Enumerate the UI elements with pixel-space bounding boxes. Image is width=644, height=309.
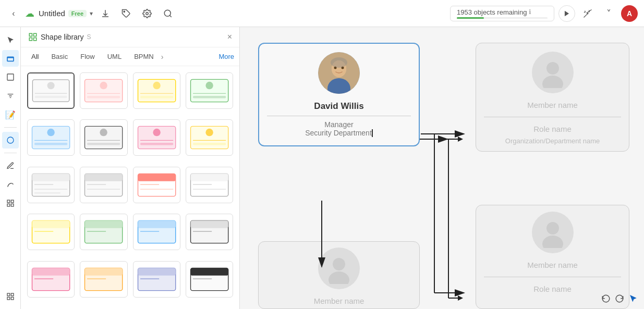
svg-rect-47 <box>140 143 173 145</box>
card-avatar <box>318 52 360 94</box>
sidebar-close-button[interactable]: × <box>227 32 232 42</box>
right-top-role: Role name <box>528 121 577 137</box>
text-tool[interactable] <box>2 88 19 104</box>
main-org-card[interactable]: David Willis Manager Security Department <box>258 43 420 146</box>
shape-card-7[interactable] <box>133 119 180 156</box>
celebrate-button[interactable] <box>579 5 596 22</box>
pen-tool[interactable] <box>2 157 19 174</box>
canvas[interactable]: David Willis Manager Security Department… <box>240 27 644 309</box>
shape-card-14[interactable] <box>80 214 127 250</box>
card-role: Manager <box>319 120 358 129</box>
shape-card-20[interactable] <box>186 261 233 298</box>
sidebar-title-area: Shape library S <box>28 32 91 42</box>
tag-button[interactable] <box>118 5 135 22</box>
shape-card-6[interactable] <box>80 119 127 156</box>
svg-point-1 <box>146 12 149 15</box>
shape-card-8[interactable] <box>186 119 233 156</box>
shape-card-18[interactable] <box>80 261 127 298</box>
shape-card-19[interactable] <box>133 261 180 298</box>
settings-button[interactable] <box>139 5 155 22</box>
shape-tabs: All Basic Flow UML BPMN › More <box>21 47 239 66</box>
play-button[interactable] <box>558 5 575 22</box>
back-button[interactable]: ‹ <box>6 6 21 21</box>
avatar[interactable]: A <box>621 5 638 22</box>
svg-rect-66 <box>190 174 228 181</box>
svg-rect-13 <box>11 293 14 296</box>
shape-card-13[interactable] <box>27 214 75 250</box>
note-tool[interactable]: 📝 <box>2 106 19 123</box>
toolbar-divider-1 <box>4 127 17 128</box>
right-top-org-card[interactable]: Member name Role name Organization/Depar… <box>476 43 629 152</box>
shape-card-12[interactable] <box>186 167 233 203</box>
ellipse-tool[interactable] <box>2 132 19 149</box>
svg-rect-88 <box>138 268 175 275</box>
info-icon: ℹ <box>529 8 531 16</box>
tab-basic[interactable]: Basic <box>46 51 73 63</box>
card-divider-rt <box>484 117 622 117</box>
right-top-name: Member name <box>522 97 583 113</box>
person-icon-svg <box>537 57 568 88</box>
svg-rect-6 <box>7 74 14 80</box>
sidebar-shortcut: S <box>87 33 91 41</box>
svg-rect-31 <box>140 96 173 98</box>
tabs-chevron-button[interactable]: › <box>161 53 164 61</box>
right-bottom-avatar <box>532 212 574 253</box>
right-bottom-name: Member name <box>522 257 583 273</box>
more-button[interactable]: More <box>218 53 234 60</box>
right-top-avatar-area <box>532 43 574 97</box>
sidebar-title-text: Shape library <box>41 33 84 41</box>
svg-point-113 <box>329 271 349 284</box>
left-toolbar: 📝 <box>0 27 21 309</box>
svg-rect-82 <box>32 268 70 275</box>
title-chevron-button[interactable]: ▾ <box>90 10 93 17</box>
search-button[interactable] <box>160 5 176 22</box>
svg-rect-35 <box>193 96 226 98</box>
shape-card-2[interactable] <box>80 72 127 109</box>
title-area: Untitled Free ▾ <box>39 9 93 18</box>
tab-all[interactable]: All <box>26 51 44 63</box>
undo-button[interactable] <box>601 293 611 305</box>
shape-card-1[interactable] <box>27 72 75 109</box>
svg-point-114 <box>546 222 559 234</box>
add-shapes-tool[interactable] <box>2 288 19 305</box>
connector-tool[interactable] <box>2 176 19 193</box>
svg-rect-19 <box>34 38 37 41</box>
card-name: David Willis <box>309 98 369 112</box>
shape-card-11[interactable] <box>133 167 180 203</box>
tab-uml[interactable]: UML <box>102 51 127 63</box>
header-left: ‹ ☁ Untitled Free ▾ <box>6 5 446 22</box>
svg-point-111 <box>542 76 563 88</box>
svg-point-109 <box>331 57 347 68</box>
svg-rect-73 <box>85 221 123 228</box>
highlight-tool[interactable] <box>2 50 19 67</box>
cursor-mode-button[interactable] <box>628 293 638 305</box>
redo-button[interactable] <box>615 293 624 305</box>
select-tool[interactable] <box>2 31 19 48</box>
svg-rect-58 <box>85 174 123 181</box>
tab-bpmn[interactable]: BPMN <box>129 51 159 63</box>
free-badge: Free <box>68 10 87 17</box>
header: ‹ ☁ Untitled Free ▾ 1953 objects remaini… <box>0 0 644 27</box>
bottom-center-avatar-area <box>318 242 360 293</box>
shape-card-5[interactable] <box>27 119 75 156</box>
shape-card-10[interactable] <box>80 167 127 203</box>
svg-point-2 <box>164 10 171 16</box>
shape-card-4[interactable] <box>186 72 233 109</box>
counter-text: 1953 objects remaining <box>457 8 527 16</box>
shape-library-sidebar: Shape library S × All Basic Flow UML BPM… <box>21 27 240 309</box>
shapes-tool[interactable] <box>2 195 19 212</box>
rect-tool[interactable] <box>2 69 19 85</box>
svg-rect-43 <box>87 143 120 145</box>
more-button[interactable]: ˅ <box>600 5 617 22</box>
shape-card-9[interactable] <box>27 167 75 203</box>
shape-card-16[interactable] <box>186 214 233 250</box>
tab-flow[interactable]: Flow <box>75 51 100 63</box>
shape-card-3[interactable] <box>133 72 180 109</box>
shape-card-15[interactable] <box>133 214 180 250</box>
download-button[interactable] <box>97 5 114 22</box>
bottom-center-org-card[interactable]: Member name <box>258 241 420 309</box>
svg-point-25 <box>100 82 107 89</box>
shape-card-17[interactable] <box>27 261 75 298</box>
svg-rect-11 <box>7 204 10 206</box>
svg-point-49 <box>205 129 213 136</box>
